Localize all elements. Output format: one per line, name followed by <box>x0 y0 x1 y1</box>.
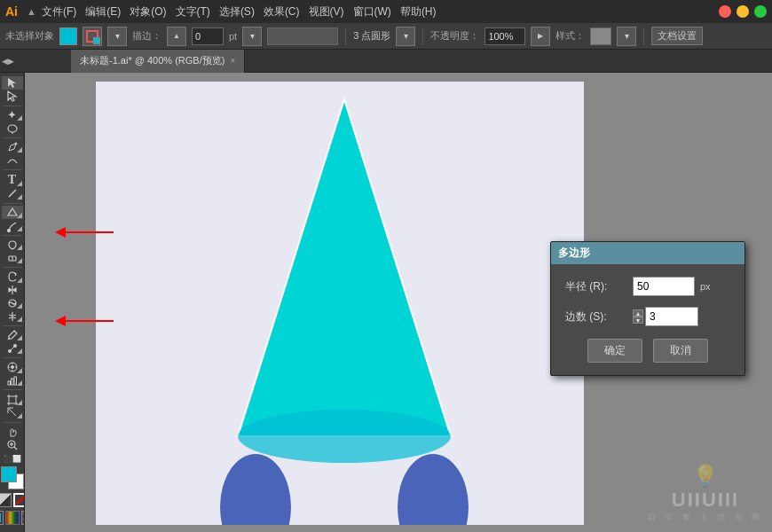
sides-input[interactable] <box>645 307 698 326</box>
minimize-btn[interactable] <box>737 5 749 18</box>
direct-selection-tool[interactable] <box>2 90 23 103</box>
warp-tool[interactable] <box>2 296 23 309</box>
opacity-label: 不透明度： <box>430 29 479 43</box>
submenu-arrow <box>17 213 22 218</box>
submenu-arrow <box>17 115 22 121</box>
ai-logo: Ai <box>5 4 18 19</box>
rotate-tool[interactable] <box>2 270 23 284</box>
eyedropper-tool[interactable] <box>2 329 23 342</box>
sides-label: 边数 (S): <box>565 309 627 325</box>
submenu-arrow <box>17 380 22 386</box>
fill-color-swatch[interactable] <box>59 27 77 45</box>
menu-object[interactable]: 对象(O) <box>130 4 166 20</box>
color-mode-icon[interactable] <box>0 493 12 507</box>
stroke-unit: pt <box>229 31 237 42</box>
menu-type[interactable]: 文字(T) <box>176 4 210 20</box>
submenu-arrow <box>17 413 22 419</box>
svg-line-39 <box>14 447 17 450</box>
radius-label: 半径 (R): <box>565 279 627 294</box>
divider6 <box>3 267 22 268</box>
ok-button[interactable]: 确定 <box>587 339 642 363</box>
divider8 <box>3 357 22 358</box>
menu-edit[interactable]: 编辑(E) <box>85 4 121 20</box>
stepper-arrows: ▲ ▼ <box>633 309 643 324</box>
hand-tool[interactable] <box>2 425 23 438</box>
symbol-tool[interactable] <box>2 361 23 374</box>
separator3 <box>643 27 644 45</box>
artboard-tool[interactable] <box>2 393 23 406</box>
maximize-btn[interactable] <box>754 5 767 18</box>
divider4 <box>3 203 22 204</box>
reflect-tool[interactable] <box>2 284 23 297</box>
stroke-dropdown[interactable]: ▾ <box>107 27 127 46</box>
svg-point-4 <box>15 143 17 145</box>
menu-window[interactable]: 窗口(W) <box>353 4 391 20</box>
panel-collapse-arrow[interactable]: ◀▶ <box>2 57 14 66</box>
svg-point-2 <box>8 125 17 132</box>
points-dropdown[interactable]: ▾ <box>396 27 415 46</box>
submenu-arrow <box>17 258 22 263</box>
svg-point-7 <box>7 229 10 231</box>
submenu-arrow <box>17 194 22 200</box>
svg-point-44 <box>238 410 451 463</box>
tab-close-btn[interactable]: × <box>230 56 235 66</box>
eraser-tool[interactable] <box>2 251 23 264</box>
reset-colors-icon[interactable]: ⬛⬜ <box>4 455 21 463</box>
stepper-down[interactable]: ▼ <box>633 317 643 324</box>
menu-help[interactable]: 帮助(H) <box>400 4 437 20</box>
window-controls <box>719 5 767 18</box>
points-label: 3 点圆形 <box>353 29 390 43</box>
foreground-color[interactable] <box>1 466 17 482</box>
dialog-title-bar[interactable]: 多边形 <box>551 242 744 264</box>
canvas-svg <box>96 82 584 525</box>
no-selection-label: 未选择对象 <box>5 29 54 43</box>
curvature-tool[interactable] <box>2 153 23 167</box>
width-tool[interactable] <box>2 309 23 323</box>
stroke-value-input[interactable] <box>192 27 224 45</box>
submenu-arrow <box>17 245 22 250</box>
menu-select[interactable]: 选择(S) <box>219 4 255 20</box>
menu-file[interactable]: 文件(F) <box>42 4 76 20</box>
style-dropdown[interactable]: ▾ <box>617 27 636 46</box>
menu-view[interactable]: 视图(V) <box>309 4 344 20</box>
opacity-input[interactable] <box>484 27 525 45</box>
menu-effect[interactable]: 效果(C) <box>264 4 300 20</box>
stroke-swatch[interactable] <box>0 511 4 525</box>
gradient-swatch[interactable] <box>5 511 20 525</box>
magic-wand-tool[interactable]: ✦ <box>2 108 23 121</box>
divider5 <box>3 235 22 236</box>
stroke-label: 描边： <box>132 29 161 43</box>
none-color-icon[interactable] <box>13 493 26 507</box>
separator1 <box>345 27 346 45</box>
cancel-button[interactable]: 取消 <box>653 339 708 363</box>
submenu-arrow <box>17 348 22 354</box>
graph-tool[interactable] <box>2 374 23 387</box>
stroke-arrow-up[interactable]: ▲ <box>167 27 186 46</box>
zoom-tool[interactable] <box>2 438 23 451</box>
stepper-up[interactable]: ▲ <box>633 309 643 317</box>
blob-brush-tool[interactable] <box>2 239 23 252</box>
opacity-arrow[interactable]: ▶ <box>531 27 550 46</box>
svg-line-18 <box>11 347 14 350</box>
stroke-unit-dropdown[interactable]: ▾ <box>242 27 262 46</box>
slice-tool[interactable] <box>2 406 23 419</box>
title-bar: Ai ▲ 文件(F) 编辑(E) 对象(O) 文字(T) 选择(S) 效果(C)… <box>0 0 772 23</box>
svg-marker-0 <box>8 78 16 88</box>
selection-tool[interactable] <box>2 76 23 90</box>
stroke-icon[interactable] <box>83 27 102 46</box>
separator2 <box>422 27 423 45</box>
blend-tool[interactable] <box>2 341 23 355</box>
document-tab[interactable]: 未标题-1.ai* @ 400% (RGB/预览) × <box>71 50 245 73</box>
line-tool[interactable] <box>2 187 23 200</box>
submenu-arrow <box>17 181 22 186</box>
paintbrush-tool[interactable] <box>2 219 23 232</box>
radius-row: 半径 (R): px <box>565 277 730 296</box>
radius-input[interactable] <box>633 277 695 296</box>
lasso-tool[interactable] <box>2 121 23 135</box>
type-tool[interactable]: T <box>2 173 23 187</box>
close-btn[interactable] <box>719 5 731 18</box>
pen-tool[interactable] <box>2 141 23 154</box>
doc-settings-button[interactable]: 文档设置 <box>651 27 703 45</box>
canvas-area[interactable]: 多边形 半径 (R): px 边数 (S): ▲ ▼ <box>25 73 772 532</box>
shape-tool[interactable] <box>2 206 23 219</box>
